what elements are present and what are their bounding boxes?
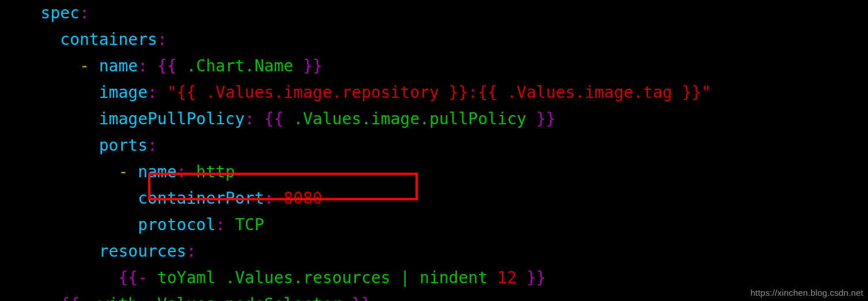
tmpl-close: }} bbox=[536, 109, 556, 128]
container-port-value: 8080 bbox=[284, 189, 322, 208]
colon: : bbox=[148, 136, 157, 155]
tmpl-close: }} bbox=[352, 295, 371, 301]
key-protocol: protocol bbox=[138, 215, 216, 234]
key-spec: spec bbox=[41, 3, 80, 22]
tmpl-open: {{ bbox=[264, 109, 284, 128]
key-resources: resources bbox=[99, 242, 187, 261]
list-dash: - bbox=[118, 162, 128, 181]
colon: : bbox=[138, 56, 148, 75]
key-container-port: containerPort bbox=[138, 189, 264, 208]
key-port-name: name bbox=[138, 162, 176, 181]
colon: : bbox=[177, 162, 187, 181]
tmpl-close: }} bbox=[303, 56, 323, 75]
list-dash: - bbox=[80, 56, 89, 75]
key-ports: ports bbox=[99, 136, 148, 155]
tmpl-open-trim: {{- bbox=[118, 268, 148, 287]
colon: : bbox=[80, 3, 89, 22]
tmpl-pull-policy: .Values.image.pullPolicy bbox=[293, 109, 527, 128]
port-name-value: http bbox=[196, 162, 235, 181]
protocol-value: TCP bbox=[235, 215, 265, 234]
tmpl-open: {{ bbox=[157, 56, 177, 75]
key-name: name bbox=[99, 56, 138, 75]
nindent-value: 12 bbox=[497, 268, 517, 287]
watermark-text: https://xinchen.blog.csdn.net bbox=[750, 288, 863, 298]
colon: : bbox=[216, 215, 225, 234]
key-containers: containers bbox=[60, 30, 157, 49]
tmpl-resources: toYaml .Values.resources | nindent bbox=[157, 268, 488, 287]
colon: : bbox=[157, 30, 167, 49]
key-image-pull-policy: imagePullPolicy bbox=[99, 109, 245, 128]
tmpl-with: with .Values.nodeSelector bbox=[99, 295, 342, 301]
tmpl-chart-name: .Chart.Name bbox=[186, 56, 293, 75]
colon: : bbox=[245, 109, 255, 128]
image-value: "{{ .Values.image.repository }}:{{ .Valu… bbox=[167, 83, 711, 102]
tmpl-open-trim: {{- bbox=[60, 295, 89, 301]
tmpl-close: }} bbox=[526, 268, 546, 287]
colon: : bbox=[148, 83, 157, 102]
colon: : bbox=[264, 189, 274, 208]
yaml-code-block: spec: containers: - name: {{ .Chart.Name… bbox=[12, 0, 711, 301]
colon: : bbox=[186, 242, 196, 261]
key-image: image bbox=[99, 83, 148, 102]
